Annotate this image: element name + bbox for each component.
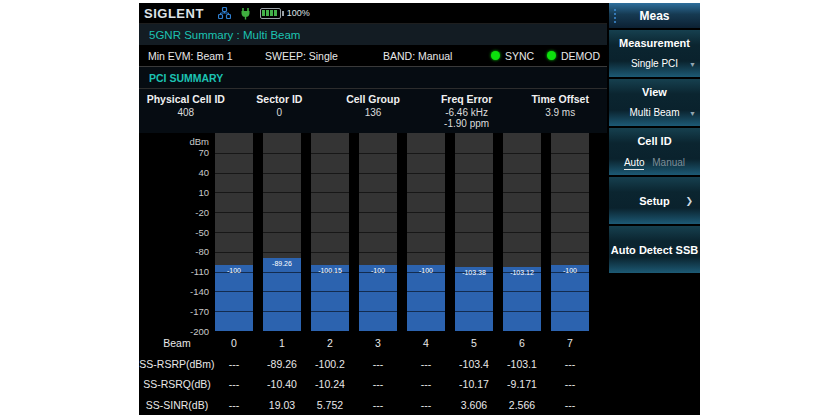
lan-icon [218, 7, 231, 19]
gridline [311, 173, 349, 174]
table-cell: --- [407, 358, 445, 370]
pci-field-label: Cell Group [326, 93, 420, 105]
table-row: SS-RSRQ(dB)----10.40-10.24-------10.17-9… [139, 374, 607, 395]
table-cell: 2.566 [503, 399, 541, 411]
bar-value-label: -100 [551, 267, 589, 274]
view-button[interactable]: View Multi Beam ▼ [609, 79, 700, 126]
chart-column: -89.26 [263, 133, 301, 331]
table-cell: --- [551, 399, 589, 411]
siglent-logo: SIGLENT [144, 6, 204, 21]
power-bar [455, 267, 493, 331]
table-cell: --- [359, 399, 397, 411]
cell-id-auto-option[interactable]: Auto [624, 157, 645, 170]
chevron-right-icon: ❯ [685, 196, 693, 206]
meas-menu-label: Meas [639, 9, 669, 23]
cell-id-button[interactable]: Cell ID Auto Manual [609, 128, 700, 175]
bar-value-label: -89.26 [263, 260, 301, 267]
table-cell: 3.606 [455, 399, 493, 411]
pci-field: Sector ID0 [233, 93, 327, 129]
gridline [503, 291, 541, 292]
table-cell: --- [359, 358, 397, 370]
cell-id-options: Auto Manual [609, 157, 700, 168]
table-cell: -10.17 [455, 378, 493, 390]
pci-field-value: 0 [233, 107, 327, 118]
y-axis-tick-label: -170 [139, 306, 209, 317]
table-cell: --- [407, 378, 445, 390]
chart-plot: dBm704010-20-50-80-110-140-170-200-100-8… [139, 133, 607, 333]
bar-value-label: -100 [407, 267, 445, 274]
chevron-down-icon: ▼ [689, 110, 696, 117]
y-axis-tick-label: -140 [139, 286, 209, 297]
beam-power-chart: dBm704010-20-50-80-110-140-170-200-100-8… [139, 133, 607, 333]
gridline [215, 331, 253, 332]
analyzer-screen: SIGLENT [139, 3, 700, 415]
gridline [311, 331, 349, 332]
measurement-button[interactable]: Measurement Single PCI ▼ [609, 30, 700, 77]
cell-id-manual-option[interactable]: Manual [652, 157, 685, 168]
gridline [215, 173, 253, 174]
pci-fields: Physical Cell ID408Sector ID0Cell Group1… [139, 89, 607, 129]
gridline [455, 291, 493, 292]
results-table: Beam01234567SS-RSRP(dBm)----89.26-100.2-… [139, 333, 607, 415]
stage: SIGLENT [0, 0, 840, 420]
pci-field-value: 136 [326, 107, 420, 118]
gridline [503, 232, 541, 233]
gridline [503, 153, 541, 154]
bar-value-label: -100 [215, 267, 253, 274]
status-bar: Min EVM: Beam 1 SWEEP: Single BAND: Manu… [139, 45, 607, 67]
gridline [455, 331, 493, 332]
battery-icon: 100% [260, 8, 310, 19]
gridline [551, 252, 589, 253]
gridline [551, 173, 589, 174]
gridline [215, 212, 253, 213]
gridline [503, 331, 541, 332]
y-axis-tick-label: -80 [139, 246, 209, 257]
meas-menu-header[interactable]: Meas [609, 3, 700, 28]
gridline [551, 311, 589, 312]
chart-column: -100 [551, 133, 589, 331]
pci-field-value: 3.9 ms [513, 107, 607, 118]
auto-detect-ssb-button[interactable]: Auto Detect SSB [609, 226, 700, 273]
gridline [455, 232, 493, 233]
gridline [263, 252, 301, 253]
beam-index-cell: 2 [311, 337, 349, 349]
power-bar [551, 265, 589, 331]
power-bar [263, 258, 301, 331]
demod-led-icon [547, 51, 556, 60]
gridline [551, 232, 589, 233]
beam-index-cell: 6 [503, 337, 541, 349]
beam-index-cell: 0 [215, 337, 253, 349]
chart-column: -100 [359, 133, 397, 331]
pci-field: Time Offset3.9 ms [513, 93, 607, 129]
table-cell: -9.171 [503, 378, 541, 390]
gridline [263, 212, 301, 213]
setup-button[interactable]: Setup ❯ [609, 177, 700, 224]
y-axis-tick-label: 70 [139, 147, 209, 158]
chart-column: -100.15 [311, 133, 349, 331]
gridline [263, 311, 301, 312]
title-bar: 5GNR Summary : Multi Beam [139, 24, 607, 45]
table-cell: -103.1 [503, 358, 541, 370]
sync-label: SYNC [505, 50, 534, 62]
pci-field: Freq Error-6.46 kHz-1.90 ppm [420, 93, 514, 129]
table-cell: --- [551, 378, 589, 390]
page-title: 5GNR Summary : Multi Beam [149, 29, 300, 41]
gridline [455, 252, 493, 253]
gridline [215, 252, 253, 253]
gridline [359, 311, 397, 312]
table-cell: --- [551, 358, 589, 370]
gridline [311, 311, 349, 312]
gridline [407, 153, 445, 154]
gridline [311, 252, 349, 253]
gridline [551, 192, 589, 193]
gridline [503, 173, 541, 174]
gridline [215, 153, 253, 154]
gridline [311, 192, 349, 193]
cell-id-title: Cell ID [609, 128, 700, 147]
table-cell: --- [407, 399, 445, 411]
gridline [263, 153, 301, 154]
gridline [503, 252, 541, 253]
gridline [455, 311, 493, 312]
gridline [407, 291, 445, 292]
power-bar [311, 265, 349, 331]
